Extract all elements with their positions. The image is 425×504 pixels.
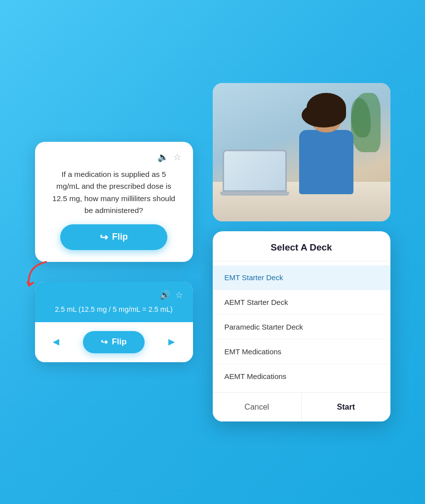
deck-label-emt-medications: EMT Medications [225,347,282,356]
card-back-top: 🔊 ☆ 2.5 mL (12.5 mg / 5 mg/mL = 2.5 mL) [35,282,193,322]
flip-label-front: Flip [112,232,128,242]
deck-label-aemt-medications: AEMT Medications [225,372,287,380]
flip-icon-front: ↪ [100,231,108,243]
prev-button[interactable]: ◄ [47,334,66,350]
card-front: 🔈 ☆ If a medication is supplied as 5 mg/… [35,142,193,261]
deck-item-emt-starter[interactable]: EMT Starter Deck [213,265,390,290]
right-section: Select A Deck EMT Starter Deck AEMT Star… [213,83,390,421]
person-figure [277,93,376,221]
star-icon-back[interactable]: ☆ [175,290,183,300]
main-container: 🔈 ☆ If a medication is supplied as 5 mg/… [0,0,425,504]
volume-icon-back[interactable]: 🔊 [159,290,170,300]
deck-item-paramedic-starter[interactable]: Paramedic Starter Deck [213,315,390,339]
start-button[interactable]: Start [302,393,390,421]
photo-placeholder [213,83,390,221]
deck-list: EMT Starter Deck AEMT Starter Deck Param… [213,261,390,392]
deck-label-paramedic-starter: Paramedic Starter Deck [225,323,303,331]
modal-title: Select A Deck [225,242,379,253]
left-section: 🔈 ☆ If a medication is supplied as 5 mg/… [35,142,193,362]
question-text: If a medication is supplied as 5 mg/mL a… [47,168,181,224]
cancel-button[interactable]: Cancel [213,393,302,421]
card-back-controls: ◄ ↪ Flip ► [35,322,193,362]
deck-label-aemt-starter: AEMT Starter Deck [225,298,288,306]
deck-item-aemt-starter[interactable]: AEMT Starter Deck [213,290,390,315]
deck-item-aemt-medications[interactable]: AEMT Medications [213,364,390,388]
person-body [299,130,353,194]
person-hair [307,93,346,123]
flip-button-front[interactable]: ↪ Flip [60,224,168,250]
modal-header: Select A Deck [213,231,390,261]
modal-footer: Cancel Start [213,392,390,421]
answer-text: 2.5 mL (12.5 mg / 5 mg/mL = 2.5 mL) [45,305,183,313]
photo-container [213,83,390,221]
card-front-icons: 🔈 ☆ [47,152,181,163]
star-icon[interactable]: ☆ [173,152,181,163]
flip-label-back: Flip [112,337,126,347]
next-button[interactable]: ► [162,334,181,350]
volume-icon[interactable]: 🔈 [157,152,168,163]
flip-icon-back: ↪ [101,337,108,347]
deck-label-emt-starter: EMT Starter Deck [225,273,283,282]
deck-item-emt-medications[interactable]: EMT Medications [213,339,390,364]
flip-button-back[interactable]: ↪ Flip [83,331,144,353]
select-deck-modal: Select A Deck EMT Starter Deck AEMT Star… [213,231,390,421]
card-back: 🔊 ☆ 2.5 mL (12.5 mg / 5 mg/mL = 2.5 mL) … [35,282,193,362]
card-back-icons: 🔊 ☆ [45,290,183,300]
curved-arrow-icon [20,257,55,301]
